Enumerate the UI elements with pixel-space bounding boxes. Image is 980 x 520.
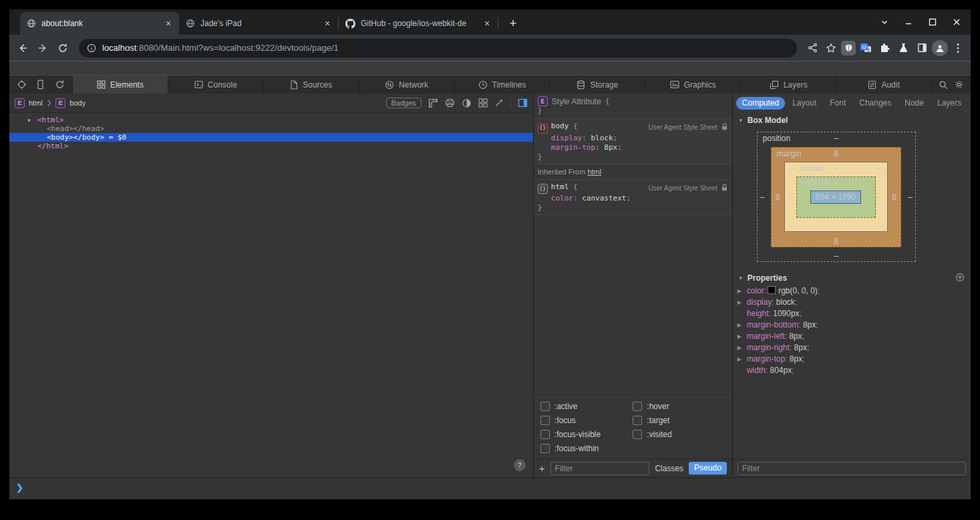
new-tab-button[interactable]: +: [504, 14, 522, 33]
checkbox[interactable]: [540, 402, 550, 411]
pseudo-focus-within[interactable]: :focus-within: [540, 444, 633, 453]
computed-property[interactable]: margin-bottom: 8px;: [733, 319, 971, 331]
minimize-icon[interactable]: [900, 13, 917, 31]
computed-filter-input[interactable]: [738, 462, 966, 475]
checkbox[interactable]: [633, 402, 642, 411]
tab-changes[interactable]: Changes: [853, 97, 897, 110]
style-attribute-section[interactable]: E Style Attribute { }: [534, 94, 732, 119]
back-icon[interactable]: [13, 39, 32, 57]
margin-right-value[interactable]: 8: [892, 192, 896, 202]
margin-bottom-value[interactable]: 8: [834, 237, 838, 246]
border-left-value[interactable]: –: [790, 192, 794, 202]
devtools-tab-sources[interactable]: Sources: [263, 76, 359, 94]
collapse-triangle-icon[interactable]: ▼: [738, 275, 744, 281]
padding-left-value[interactable]: –: [802, 192, 806, 202]
grid-overlay-icon[interactable]: [478, 98, 488, 108]
tab-close-icon[interactable]: ×: [322, 19, 333, 28]
reload-icon[interactable]: [53, 39, 72, 57]
devtools-tab-network[interactable]: Network: [359, 76, 454, 94]
site-info-icon[interactable]: [87, 43, 96, 53]
edit-pen-icon[interactable]: [494, 98, 504, 108]
box-model-position-layer[interactable]: position – – – – margin 8 8 8 8 – border: [757, 132, 916, 262]
border-top-right-value[interactable]: –: [876, 164, 880, 173]
border-bottom-left-value[interactable]: –: [790, 221, 794, 231]
new-rule-plus-icon[interactable]: +: [539, 463, 545, 474]
css-declaration[interactable]: margin-top: 8px;: [538, 143, 728, 152]
box-model-content-box[interactable]: 804 × 1090: [810, 190, 861, 204]
styles-filter-input[interactable]: [550, 462, 650, 475]
css-declaration[interactable]: display: block;: [538, 134, 728, 143]
classes-button[interactable]: Classes: [655, 464, 683, 473]
pseudo-button[interactable]: Pseudo: [689, 462, 727, 475]
ruler-icon[interactable]: [428, 98, 438, 108]
pseudo-target[interactable]: :target: [633, 416, 725, 425]
pseudo-focus[interactable]: :focus: [540, 416, 633, 425]
quick-console[interactable]: ❯: [9, 477, 971, 497]
devtools-tab-storage[interactable]: Storage: [549, 76, 645, 94]
dom-node-html-close[interactable]: </html>: [9, 142, 533, 150]
browser-menu-icon[interactable]: [949, 39, 967, 57]
dom-node-body-selected[interactable]: <body></body> = $0: [9, 133, 533, 142]
margin-left-value[interactable]: 8: [776, 192, 780, 202]
css-rule-html[interactable]: {}html { User Agent Style Sheet color: c…: [534, 180, 732, 216]
position-top-value[interactable]: –: [834, 134, 838, 143]
devtools-tab-layers[interactable]: Layers: [740, 76, 836, 94]
devtools-tab-timelines[interactable]: Timelines: [454, 76, 550, 94]
box-model-margin-layer[interactable]: margin 8 8 8 8 – border – – – – –: [771, 147, 901, 247]
devtools-tab-console[interactable]: Console: [168, 76, 263, 94]
flask-extension-icon[interactable]: [894, 39, 912, 57]
position-left-value[interactable]: –: [760, 192, 765, 202]
padding-right-value[interactable]: –: [866, 192, 870, 202]
dom-node-html-open[interactable]: ▼<html>: [9, 116, 533, 124]
position-right-value[interactable]: –: [908, 192, 913, 202]
checkbox[interactable]: [540, 416, 550, 425]
help-icon[interactable]: ?: [514, 459, 526, 471]
tab-github[interactable]: GitHub - google/ios-webkit-de ×: [339, 12, 498, 35]
css-declaration[interactable]: color: canvastext;: [538, 194, 728, 203]
tab-close-icon[interactable]: ×: [163, 19, 174, 28]
inherited-node-link[interactable]: html: [587, 168, 601, 176]
checkbox[interactable]: [540, 430, 550, 439]
devtools-tab-audit[interactable]: Audit: [836, 76, 931, 94]
padding-top-value[interactable]: –: [834, 178, 838, 187]
profile-avatar[interactable]: [932, 40, 948, 56]
share-icon[interactable]: [804, 39, 821, 57]
border-top-left-value[interactable]: –: [790, 164, 794, 173]
properties-filter-menu-icon[interactable]: [955, 273, 965, 282]
computed-property[interactable]: display: block;: [733, 297, 971, 308]
margin-top-value[interactable]: 8: [834, 149, 838, 158]
computed-property[interactable]: margin-right: 8px;: [733, 342, 971, 354]
tab-close-icon[interactable]: ×: [482, 19, 492, 28]
tab-layout[interactable]: Layout: [786, 97, 822, 110]
print-icon[interactable]: [445, 98, 455, 108]
side-panel-extension-icon[interactable]: [913, 39, 931, 57]
css-rule-body[interactable]: {}body { User Agent Style Sheet display:…: [534, 119, 732, 164]
translate-extension-icon[interactable]: G文: [857, 39, 874, 57]
border-right-value[interactable]: –: [876, 192, 880, 202]
extensions-puzzle-icon[interactable]: [876, 39, 893, 57]
color-swatch[interactable]: [768, 286, 776, 294]
breadcrumb-item-body[interactable]: body: [69, 99, 86, 107]
properties-section-header[interactable]: ▼ Properties: [733, 270, 971, 285]
border-bottom-value[interactable]: –: [834, 221, 838, 231]
pseudo-visited[interactable]: :visited: [633, 430, 725, 439]
position-bottom-value[interactable]: –: [834, 251, 838, 261]
forward-icon[interactable]: [33, 39, 52, 57]
checkbox[interactable]: [540, 444, 550, 453]
collapse-triangle-icon[interactable]: ▼: [738, 118, 744, 124]
pseudo-active[interactable]: :active: [540, 402, 633, 411]
dom-node-head[interactable]: <head></head>: [9, 124, 533, 133]
pseudo-hover[interactable]: :hover: [633, 402, 725, 411]
tab-about-blank[interactable]: about:blank ×: [20, 12, 179, 35]
breadcrumb-item-html[interactable]: html: [29, 99, 43, 107]
gear-icon[interactable]: [954, 80, 964, 90]
search-icon[interactable]: [939, 80, 948, 90]
tab-font[interactable]: Font: [824, 97, 852, 110]
pseudo-focus-visible[interactable]: :focus-visible: [540, 430, 633, 439]
devtools-tab-graphics[interactable]: Graphics: [645, 76, 740, 94]
close-window-icon[interactable]: [948, 13, 965, 31]
maximize-icon[interactable]: [924, 13, 941, 31]
computed-property[interactable]: color:rgb(0, 0, 0);: [733, 285, 971, 297]
computed-property[interactable]: margin-top: 8px;: [733, 354, 971, 365]
shield-extension-icon[interactable]: [841, 41, 856, 55]
